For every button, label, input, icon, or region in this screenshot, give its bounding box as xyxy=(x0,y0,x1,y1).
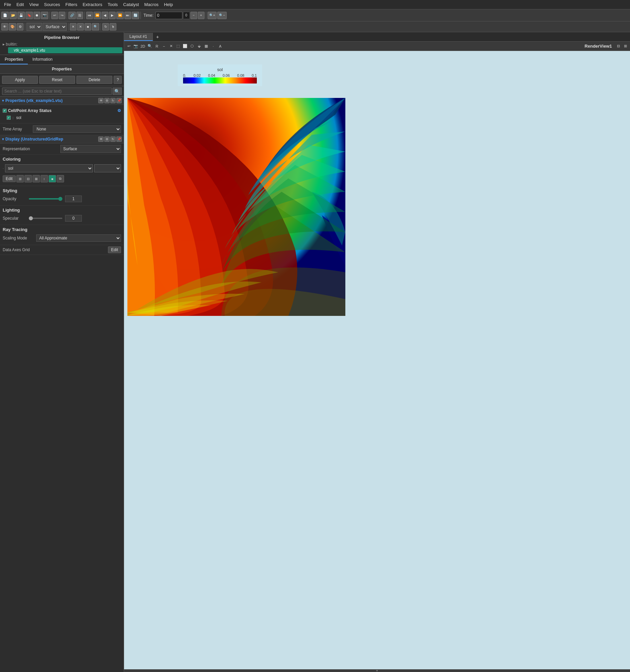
menu-help[interactable]: Help xyxy=(161,1,176,8)
split-h-btn[interactable]: ⊟ xyxy=(615,43,622,50)
specular-value[interactable] xyxy=(65,215,82,222)
cross-btn[interactable]: ✕ xyxy=(168,43,174,50)
representation-select2[interactable]: Surface xyxy=(43,23,67,31)
time-array-select[interactable]: None xyxy=(33,125,121,133)
resize-handle[interactable]: ▼ xyxy=(124,669,630,672)
tab-properties[interactable]: Properties xyxy=(0,55,28,64)
magnify-btn[interactable]: 🔍 xyxy=(92,23,99,30)
select-point-btn[interactable]: · xyxy=(210,43,217,50)
array-settings-icon[interactable]: ⚙ xyxy=(117,108,121,113)
representation-select[interactable]: Surface xyxy=(60,145,121,153)
last-frame-btn[interactable]: ⏭ xyxy=(124,12,131,19)
screenshot-btn[interactable]: 📷 xyxy=(41,12,48,19)
save-btn[interactable]: 💾 xyxy=(18,12,25,19)
menu-catalyst[interactable]: Catalyst xyxy=(120,1,142,8)
display-pin-icon[interactable]: 📌 xyxy=(116,137,122,142)
prev-btn[interactable]: ◀ xyxy=(102,12,108,19)
display-refresh-icon[interactable]: ↻ xyxy=(110,137,116,142)
tab-information[interactable]: Information xyxy=(28,55,57,64)
play-btn[interactable]: ▶ xyxy=(109,12,116,19)
settings-btn[interactable]: ⚙ xyxy=(17,23,23,30)
loop-btn[interactable]: 🔄 xyxy=(132,12,139,19)
color-legend-btn[interactable]: ⧉ xyxy=(57,175,64,183)
record-btn[interactable]: ⏺ xyxy=(33,12,40,19)
select-hover-btn[interactable]: ⬙ xyxy=(196,43,202,50)
menu-filters[interactable]: Filters xyxy=(63,1,80,8)
menu-extractors[interactable]: Extractors xyxy=(80,1,105,8)
redo-btn[interactable]: ↪ xyxy=(59,12,65,19)
select-block-btn[interactable]: ▦ xyxy=(203,43,210,50)
first-frame-btn[interactable]: ⏮ xyxy=(86,12,93,19)
rescale-custom-btn[interactable]: ↕ xyxy=(41,175,48,183)
display-settings-icon[interactable]: ⚙ xyxy=(104,137,110,142)
eye-section-icon[interactable]: 👁 xyxy=(98,98,104,103)
time-input[interactable] xyxy=(155,12,183,19)
array-status-checkbox[interactable] xyxy=(3,109,7,113)
save-state-btn[interactable]: 🔖 xyxy=(25,12,33,19)
camera-btn[interactable]: 📷 xyxy=(132,43,139,50)
next-btn[interactable]: ⏩ xyxy=(116,12,124,19)
help-button[interactable]: ? xyxy=(114,76,122,84)
refresh-section-icon[interactable]: ↻ xyxy=(110,98,116,103)
source-select[interactable]: sol xyxy=(26,23,42,31)
search-icon-btn[interactable]: 🔍 xyxy=(113,88,122,95)
ortho-btn[interactable]: 2D xyxy=(140,43,146,50)
open-btn[interactable]: 📂 xyxy=(9,12,17,19)
interact-mode-btn[interactable]: ⬚ xyxy=(175,43,181,50)
display-eye-icon[interactable]: 👁 xyxy=(98,137,104,142)
zoom-data-btn[interactable]: 🔍 xyxy=(147,43,153,50)
render-view[interactable]: sol 0. 0.02 0.04 0.06 0.08 0.1 xyxy=(124,51,630,672)
eye-btn[interactable]: 👁 xyxy=(1,23,8,30)
search-input[interactable] xyxy=(2,88,112,95)
new-btn[interactable]: 📄 xyxy=(1,12,9,19)
split-v-btn[interactable]: ⊞ xyxy=(622,43,629,50)
coloring-type-select[interactable] xyxy=(94,164,121,172)
zoom-out-btn[interactable]: 🔍− xyxy=(217,12,227,19)
connect-btn[interactable]: 🔗 xyxy=(68,12,76,19)
data-axes-edit-button[interactable]: Edit xyxy=(108,246,121,253)
apply-button[interactable]: Apply xyxy=(2,76,38,84)
menu-view[interactable]: View xyxy=(26,1,41,8)
select-poly-btn[interactable]: ⬡ xyxy=(189,43,195,50)
annotations-btn[interactable]: A xyxy=(217,43,224,50)
menu-edit[interactable]: Edit xyxy=(14,1,26,8)
display-section-header[interactable]: ▾ Display (UnstructuredGridRep 👁 ⚙ ↻ 📌 xyxy=(0,135,124,144)
undo-btn[interactable]: ↩ xyxy=(51,12,58,19)
specular-slider[interactable] xyxy=(29,218,63,219)
add-layout-tab[interactable]: + xyxy=(153,33,162,41)
menu-tools[interactable]: Tools xyxy=(105,1,120,8)
coloring-variable-select[interactable]: sol xyxy=(5,164,93,172)
scaling-mode-select[interactable]: All Approximate xyxy=(36,234,121,242)
prev-frame-btn[interactable]: ⏪ xyxy=(94,12,101,19)
sol-checkbox[interactable] xyxy=(7,116,11,120)
minus-btn[interactable]: − xyxy=(161,43,167,50)
opacity-slider[interactable] xyxy=(29,198,63,199)
rescale-range-btn[interactable]: ⊟ xyxy=(24,175,32,183)
pin-section-icon[interactable]: 📌 xyxy=(116,98,122,103)
rescale-view-btn[interactable]: ⊠ xyxy=(32,175,40,183)
x2-btn[interactable]: ✕ xyxy=(77,23,84,30)
disconnect-btn[interactable]: ⛓ xyxy=(76,12,83,19)
menu-macros[interactable]: Macros xyxy=(142,1,161,8)
render-btn[interactable]: ↻ xyxy=(102,23,109,30)
color-btn[interactable]: 🎨 xyxy=(9,23,16,30)
r-btn[interactable]: R xyxy=(153,43,160,50)
zoom-in-btn[interactable]: 🔍+ xyxy=(208,12,217,19)
delete-button[interactable]: Delete xyxy=(76,76,112,84)
interact-btn[interactable]: 🖱 xyxy=(110,23,116,30)
menu-file[interactable]: File xyxy=(1,1,14,8)
x-btn[interactable]: ✕ xyxy=(70,23,76,30)
pipeline-file-item[interactable]: vtk_example1.vtu xyxy=(8,47,122,53)
time-plus-btn[interactable]: + xyxy=(198,12,204,19)
select-box-btn[interactable]: ⬜ xyxy=(182,43,189,50)
opacity-value[interactable] xyxy=(65,195,82,202)
rescale-icon-btn[interactable]: ⊞ xyxy=(17,175,24,183)
settings-section-icon[interactable]: ⚙ xyxy=(104,98,110,103)
toggle-legend-btn[interactable]: ■ xyxy=(49,175,56,183)
properties-section-header[interactable]: ▾ Properties (vtk_example1.vtu) 👁 ⚙ ↻ 📌 xyxy=(0,97,124,105)
reset-camera-btn[interactable]: ↩ xyxy=(125,43,132,50)
surf-btn[interactable]: ■ xyxy=(84,23,91,30)
edit-colormap-button[interactable]: Edit xyxy=(3,175,16,182)
time-minus-btn[interactable]: − xyxy=(190,12,197,19)
menu-sources[interactable]: Sources xyxy=(41,1,63,8)
